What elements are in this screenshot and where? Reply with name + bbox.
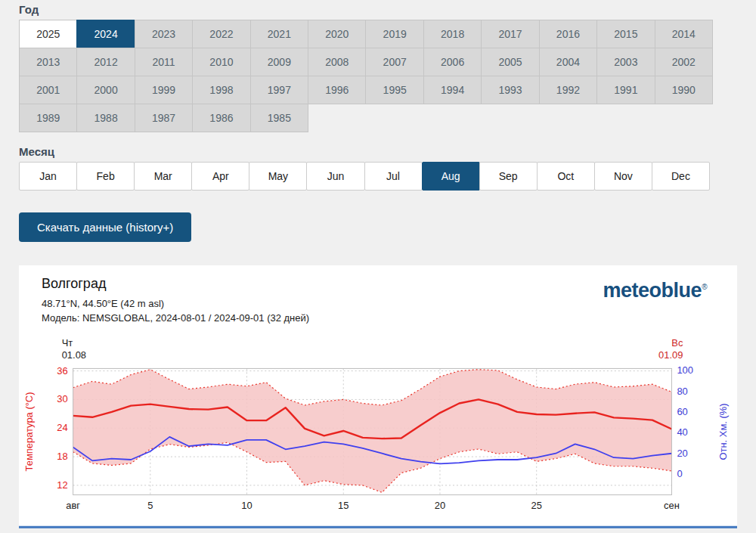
- right-axis-title: Отн. Хм. (%): [717, 403, 729, 460]
- year-button-1988[interactable]: 1988: [76, 104, 135, 132]
- svg-text:36: 36: [57, 364, 67, 376]
- year-grid: 2025202420232022202120202019201820172016…: [19, 20, 712, 132]
- chart-start-date: 01.08: [62, 349, 86, 361]
- page: Год 202520242023202220212020201920182017…: [0, 0, 756, 528]
- month-button-feb[interactable]: Feb: [76, 162, 135, 191]
- year-button-2002[interactable]: 2002: [655, 48, 713, 76]
- left-axis-title: Температура (°C): [23, 392, 35, 471]
- year-button-2012[interactable]: 2012: [76, 48, 135, 76]
- svg-text:авг: авг: [66, 500, 80, 511]
- svg-text:30: 30: [57, 393, 67, 404]
- year-button-1996[interactable]: 1996: [308, 76, 366, 104]
- svg-text:0: 0: [677, 468, 682, 479]
- svg-text:25: 25: [531, 500, 542, 511]
- year-button-2001[interactable]: 2001: [19, 76, 77, 104]
- year-button-1987[interactable]: 1987: [135, 104, 193, 132]
- year-button-2000[interactable]: 2000: [76, 76, 135, 104]
- year-button-1989[interactable]: 1989: [19, 104, 77, 132]
- svg-text:сен: сен: [664, 500, 680, 511]
- download-data-button[interactable]: Скачать данные (history+): [19, 212, 191, 242]
- year-button-2015[interactable]: 2015: [596, 20, 655, 48]
- chart-title: Волгоград: [42, 276, 309, 292]
- svg-text:24: 24: [57, 422, 67, 433]
- year-button-1999[interactable]: 1999: [135, 76, 193, 104]
- chart-start-weekday: Чт: [62, 336, 73, 348]
- year-button-1992[interactable]: 1992: [539, 76, 597, 104]
- month-button-may[interactable]: May: [249, 162, 307, 191]
- chart-end-weekday: Вс: [671, 336, 683, 348]
- year-button-2020[interactable]: 2020: [308, 20, 366, 48]
- svg-text:40: 40: [677, 426, 687, 438]
- year-button-2010[interactable]: 2010: [192, 48, 250, 76]
- svg-text:60: 60: [677, 406, 687, 417]
- chart-model-info: Модель: NEMSGLOBAL, 2024-08-01 / 2024-09…: [42, 311, 309, 326]
- svg-text:20: 20: [677, 447, 687, 458]
- year-button-2004[interactable]: 2004: [539, 48, 597, 76]
- weather-chart-svg: 1218243036020406080100510152025авгсенЧт0…: [19, 330, 737, 529]
- year-button-2009[interactable]: 2009: [250, 48, 308, 76]
- year-button-2019[interactable]: 2019: [365, 20, 423, 48]
- year-button-1985[interactable]: 1985: [250, 104, 308, 132]
- svg-text:20: 20: [435, 500, 445, 511]
- year-button-2008[interactable]: 2008: [308, 48, 366, 76]
- year-button-2006[interactable]: 2006: [423, 48, 482, 76]
- meteoblue-logo-text: meteoblue: [603, 279, 702, 302]
- year-button-2014[interactable]: 2014: [655, 20, 713, 48]
- svg-text:100: 100: [677, 364, 693, 376]
- year-button-2003[interactable]: 2003: [596, 48, 655, 76]
- svg-text:12: 12: [57, 479, 67, 491]
- svg-text:10: 10: [241, 500, 252, 511]
- month-button-jun[interactable]: Jun: [306, 162, 364, 191]
- month-section-label: Месяц: [19, 145, 737, 158]
- month-button-aug[interactable]: Aug: [422, 162, 480, 191]
- chart-header: Волгоград 48.71°N, 44.50°E (42 m asl) Мо…: [19, 276, 737, 326]
- month-row: JanFebMarAprMayJunJulAugSepOctNovDec: [19, 162, 709, 191]
- month-button-apr[interactable]: Apr: [191, 162, 249, 191]
- year-button-2022[interactable]: 2022: [192, 20, 250, 48]
- month-button-jul[interactable]: Jul: [364, 162, 423, 191]
- year-button-1991[interactable]: 1991: [596, 76, 655, 104]
- month-button-jan[interactable]: Jan: [19, 162, 77, 191]
- year-button-2024[interactable]: 2024: [76, 20, 135, 48]
- month-button-oct[interactable]: Oct: [537, 162, 595, 191]
- year-button-1994[interactable]: 1994: [423, 76, 482, 104]
- year-button-2007[interactable]: 2007: [365, 48, 423, 76]
- year-button-1995[interactable]: 1995: [365, 76, 423, 104]
- month-button-mar[interactable]: Mar: [134, 162, 192, 191]
- year-button-1998[interactable]: 1998: [192, 76, 250, 104]
- chart-coordinates: 48.71°N, 44.50°E (42 m asl): [42, 297, 309, 311]
- chart-panel: Волгоград 48.71°N, 44.50°E (42 m asl) Мо…: [19, 265, 737, 528]
- year-button-2005[interactable]: 2005: [481, 48, 539, 76]
- year-button-2023[interactable]: 2023: [135, 20, 193, 48]
- year-button-2016[interactable]: 2016: [539, 20, 597, 48]
- year-button-2017[interactable]: 2017: [481, 20, 539, 48]
- chart-end-date: 01.09: [658, 349, 683, 361]
- svg-text:15: 15: [338, 500, 349, 511]
- chart-header-text: Волгоград 48.71°N, 44.50°E (42 m asl) Мо…: [42, 276, 309, 326]
- month-button-dec[interactable]: Dec: [652, 162, 710, 191]
- year-button-1997[interactable]: 1997: [250, 76, 308, 104]
- svg-text:80: 80: [677, 385, 687, 396]
- year-button-2013[interactable]: 2013: [19, 48, 77, 76]
- svg-text:5: 5: [147, 500, 153, 511]
- month-button-nov[interactable]: Nov: [594, 162, 652, 191]
- year-button-2025[interactable]: 2025: [19, 20, 77, 48]
- year-section-label: Год: [19, 3, 737, 16]
- registered-mark: ®: [702, 283, 707, 291]
- year-button-2011[interactable]: 2011: [135, 48, 193, 76]
- year-button-1990[interactable]: 1990: [655, 76, 713, 104]
- year-button-1993[interactable]: 1993: [481, 76, 539, 104]
- weather-chart: 1218243036020406080100510152025авгсенЧт0…: [19, 330, 737, 529]
- month-button-sep[interactable]: Sep: [479, 162, 538, 191]
- year-button-2021[interactable]: 2021: [250, 20, 308, 48]
- year-button-1986[interactable]: 1986: [192, 104, 250, 132]
- svg-text:18: 18: [57, 451, 67, 462]
- meteoblue-logo: meteoblue®: [603, 276, 714, 301]
- year-button-2018[interactable]: 2018: [423, 20, 482, 48]
